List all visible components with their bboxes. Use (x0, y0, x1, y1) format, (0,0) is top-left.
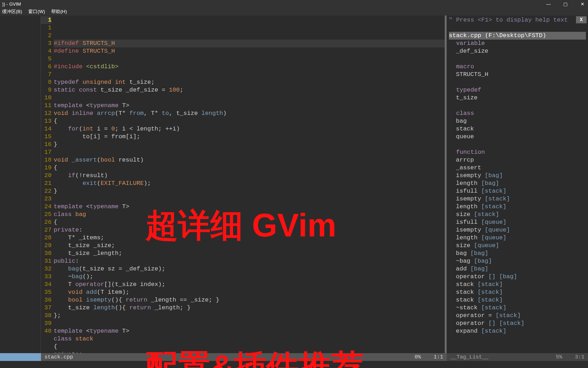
taglist-item[interactable]: isempty [queue] (449, 226, 586, 234)
line-number: 30 (41, 250, 52, 257)
line-number: 34 (41, 281, 52, 288)
taglist-item[interactable]: ~bag [bag] (449, 257, 586, 265)
line-number: 22 (41, 187, 52, 195)
status-filename: stack.cpp (44, 354, 73, 360)
line-number: 12 (41, 110, 52, 117)
window-title: )) - GVIM (2, 1, 21, 7)
line-number: 6 (41, 63, 52, 71)
taglist-item[interactable]: stack [stack] (449, 288, 586, 296)
taglist-item[interactable]: stack [stack] (449, 281, 586, 288)
line-number: 8 (41, 78, 52, 86)
taglist-item[interactable]: add [bag] (449, 265, 586, 273)
line-number: 37 (41, 304, 52, 312)
status-percent: 0% (415, 354, 421, 360)
status-tag-position: 3:1 (575, 354, 584, 360)
code-line: T operator[](t_size index); (54, 281, 445, 288)
code-line (54, 148, 445, 156)
taglist-file: stack.cpp (F:\Desktop\FSTD) (449, 32, 586, 40)
status-tag-percent: 5% (556, 354, 562, 360)
code-line: class bag (54, 211, 445, 218)
line-number: 39 (41, 320, 52, 327)
line-number: 5 (41, 55, 52, 63)
taglist-item[interactable]: stack [stack] (449, 296, 586, 304)
line-number: 14 (41, 125, 52, 133)
status-taglist: __Tag_List__ 5% 3:1 (447, 353, 588, 361)
taglist-panel[interactable]: " Press <F1> to display help text stack.… (447, 16, 588, 358)
minimize-button[interactable]: — (545, 0, 552, 7)
line-number: 4 (41, 47, 52, 55)
taglist-item[interactable]: operator [] [bag] (449, 273, 586, 281)
taglist-header[interactable]: variable (449, 40, 586, 47)
code-line: t_size length(){ return _length; } (54, 304, 445, 312)
taglist-item[interactable]: _def_size (449, 47, 586, 55)
menubar: 缓冲区(B) 窗口(W) 帮助(H) (0, 8, 588, 16)
code-line: } (54, 141, 445, 148)
line-number: 35 (41, 288, 52, 296)
line-number: 19 (41, 164, 52, 172)
taglist-item[interactable]: bag (449, 117, 586, 125)
taglist-item[interactable]: isfull [queue] (449, 218, 586, 226)
line-number: 20 (41, 172, 52, 180)
taglist-header[interactable]: function (449, 148, 586, 156)
code-line: if(!result) (54, 172, 445, 180)
taglist-item[interactable]: queue (449, 133, 586, 141)
taglist-item[interactable]: stack (449, 125, 586, 133)
taglist-item[interactable]: operator [] [stack] (449, 320, 586, 327)
code-line: void _assert(bool result) (54, 156, 445, 164)
left-sidebar (0, 16, 41, 358)
line-number: 17 (41, 148, 52, 156)
taglist-item[interactable]: _assert (449, 164, 586, 172)
code-line: ~bag(); (54, 273, 445, 281)
code-line: exit(EXIT_FAILURE); (54, 180, 445, 187)
editor[interactable]: 1123456789101112131415161718192021222324… (41, 16, 445, 358)
taglist-item[interactable]: size [stack] (449, 211, 586, 218)
taglist-item[interactable]: length [queue] (449, 234, 586, 242)
taglist-item[interactable]: size [queue] (449, 242, 586, 250)
code-area[interactable]: 超详细 GVim 配置&插件推荐 #ifndef STRUCTS_H#defin… (54, 16, 445, 358)
code-line: t_size _size; (54, 242, 445, 250)
menu-windows[interactable]: 窗口(W) (28, 8, 45, 15)
tab-close-button[interactable]: X (576, 16, 587, 23)
code-line (54, 71, 445, 78)
maximize-button[interactable]: ▢ (562, 0, 569, 7)
taglist-item[interactable]: t_size (449, 94, 586, 102)
code-line: }; (54, 312, 445, 320)
taglist-item[interactable]: length [stack] (449, 203, 586, 211)
code-line: to[i] = from[i]; (54, 133, 445, 141)
line-number: 28 (41, 234, 52, 242)
code-line: template <typename T> (54, 327, 445, 335)
code-line (54, 94, 445, 102)
taglist-header[interactable]: class (449, 110, 586, 117)
code-line: class stack (54, 335, 445, 343)
line-number: 16 (41, 141, 52, 148)
line-number: 38 (41, 312, 52, 320)
line-number: 24 (41, 203, 52, 211)
menu-help[interactable]: 帮助(H) (51, 8, 67, 15)
taglist-header[interactable]: macro (449, 63, 586, 71)
code-line: { (54, 218, 445, 226)
taglist-item[interactable]: expand [stack] (449, 327, 586, 335)
taglist-item[interactable]: operator = [stack] (449, 312, 586, 320)
line-number: 32 (41, 265, 52, 273)
taglist-header[interactable]: typedef (449, 86, 586, 94)
status-tag-title: __Tag_List__ (450, 354, 488, 360)
taglist-item[interactable]: isfull [stack] (449, 187, 586, 195)
menu-buffers[interactable]: 缓冲区(B) (2, 8, 22, 15)
code-line: void add(T item); (54, 288, 445, 296)
taglist-item[interactable]: isempty [stack] (449, 195, 586, 203)
line-number: 7 (41, 71, 52, 78)
code-line: { (54, 343, 445, 351)
line-number: 10 (41, 94, 52, 102)
taglist-item[interactable]: bag [bag] (449, 250, 586, 257)
code-line (54, 195, 445, 203)
taglist-item[interactable]: ~stack [stack] (449, 304, 586, 312)
taglist-item[interactable]: isempty [bag] (449, 172, 586, 180)
code-line: T* _items; (54, 234, 445, 242)
taglist-item[interactable]: arrcp (449, 156, 586, 164)
taglist-item[interactable]: length [bag] (449, 180, 586, 187)
taglist-item[interactable]: STRUCTS_H (449, 71, 586, 78)
statusbar: stack.cpp 0% 1:1 __Tag_List__ 5% 3:1 (0, 353, 588, 361)
close-button[interactable]: ✕ (579, 0, 586, 7)
code-line: public: (54, 257, 445, 265)
code-line: private: (54, 226, 445, 234)
